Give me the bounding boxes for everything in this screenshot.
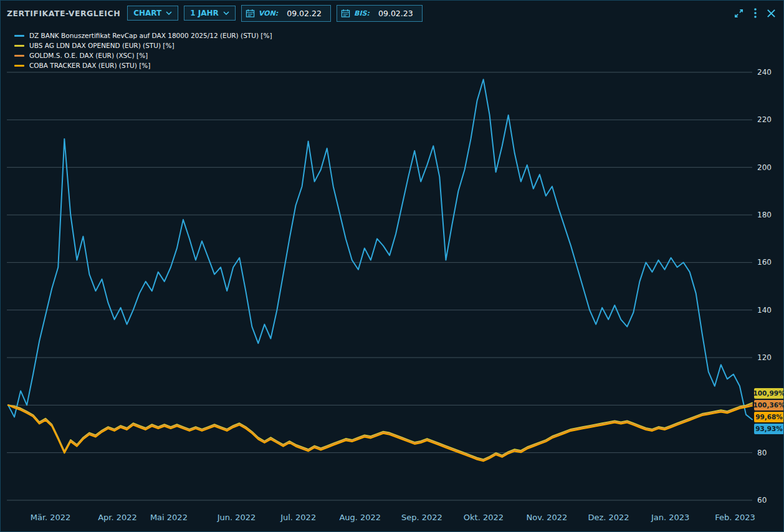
- period-dropdown-label: 1 JAHR: [190, 9, 219, 17]
- x-axis-label: Jun. 2022: [217, 513, 256, 522]
- date-from-input[interactable]: [282, 7, 327, 20]
- y-axis-label: 60: [757, 496, 767, 505]
- chart-legend: DZ BANK Bonuszertifikat RevCap auf DAX 1…: [14, 32, 272, 69]
- y-axis-label: 240: [757, 68, 772, 77]
- toolbar: ZERTIFIKATE-VERGLEICH CHART 1 JAHR VON: …: [7, 4, 776, 22]
- chart-canvas[interactable]: 6080100120140160180200220240Mär. 2022Apr…: [1, 1, 784, 532]
- y-axis-label: 140: [757, 306, 772, 315]
- y-axis-label: 80: [757, 449, 767, 457]
- legend-label: GOLDM.S. O.E. DAX (EUR) (XSC) [%]: [29, 52, 148, 59]
- kebab-menu-icon[interactable]: [753, 7, 757, 19]
- last-value-badge-text: 99,68%: [755, 413, 783, 420]
- x-axis-label: Okt. 2022: [464, 513, 504, 522]
- last-value-badge-text: 93,93%: [755, 425, 783, 432]
- x-axis-label: Dez. 2022: [588, 513, 629, 522]
- x-axis-label: Mai 2022: [150, 513, 188, 522]
- x-axis-label: Mär. 2022: [31, 513, 71, 522]
- x-axis-label: Nov. 2022: [527, 513, 568, 522]
- x-axis-label: Jul. 2022: [280, 513, 316, 522]
- calendar-icon[interactable]: [246, 9, 255, 18]
- legend-swatch: [14, 35, 24, 37]
- legend-label: UBS AG LDN DAX OPENEND (EUR) (STU) [%]: [29, 42, 174, 49]
- last-value-badge-text: 100,99%: [753, 389, 784, 397]
- legend-label: COBA TRACKER DAX (EUR) (STU) [%]: [29, 62, 150, 69]
- legend-item[interactable]: GOLDM.S. O.E. DAX (EUR) (XSC) [%]: [14, 52, 272, 59]
- chart-type-dropdown[interactable]: CHART: [127, 6, 178, 21]
- date-to-input[interactable]: [373, 7, 418, 20]
- y-axis-label: 160: [757, 258, 772, 267]
- legend-item[interactable]: DZ BANK Bonuszertifikat RevCap auf DAX 1…: [14, 32, 272, 39]
- legend-swatch: [14, 45, 24, 47]
- y-axis-label: 220: [757, 115, 772, 124]
- y-axis-label: 120: [757, 353, 772, 362]
- legend-label: DZ BANK Bonuszertifikat RevCap auf DAX 1…: [29, 32, 272, 39]
- chevron-down-icon: [166, 11, 172, 15]
- certificate-comparison-panel: 6080100120140160180200220240Mär. 2022Apr…: [0, 0, 784, 532]
- chevron-down-icon: [223, 11, 229, 15]
- x-axis-label: Feb. 2023: [715, 513, 755, 522]
- close-icon[interactable]: [767, 9, 776, 18]
- panel-title: ZERTIFIKATE-VERGLEICH: [7, 9, 120, 18]
- legend-swatch: [14, 55, 24, 57]
- date-to-group: BIS:: [337, 5, 423, 22]
- calendar-icon[interactable]: [341, 9, 350, 18]
- legend-item[interactable]: COBA TRACKER DAX (EUR) (STU) [%]: [14, 62, 272, 69]
- y-axis-label: 200: [757, 163, 772, 172]
- series-line-1: [8, 403, 752, 460]
- x-axis-label: Sep. 2022: [401, 513, 442, 522]
- period-dropdown[interactable]: 1 JAHR: [184, 6, 236, 21]
- y-axis-label: 180: [757, 211, 772, 219]
- x-axis-label: Jan. 2023: [651, 513, 689, 522]
- legend-item[interactable]: UBS AG LDN DAX OPENEND (EUR) (STU) [%]: [14, 42, 272, 49]
- expand-icon[interactable]: [734, 8, 744, 19]
- date-from-label: VON:: [259, 9, 278, 17]
- x-axis-label: Apr. 2022: [98, 513, 137, 522]
- last-value-badge-text: 100,36%: [753, 401, 784, 409]
- date-to-label: BIS:: [354, 9, 370, 17]
- chart-type-dropdown-label: CHART: [133, 9, 161, 17]
- x-axis-label: Aug. 2022: [339, 513, 381, 522]
- legend-swatch: [14, 65, 24, 67]
- date-from-group: VON:: [241, 5, 331, 22]
- series-line-0: [8, 80, 752, 420]
